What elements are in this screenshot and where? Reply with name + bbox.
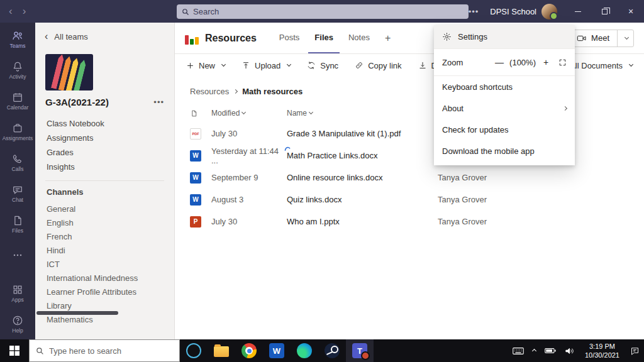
rail-item-help[interactable]: Help bbox=[0, 309, 35, 339]
cortana-button[interactable] bbox=[180, 339, 208, 362]
table-row[interactable]: September 9 Online resource links.docx T… bbox=[190, 167, 644, 189]
file-name[interactable]: Math Practice Links.docx bbox=[287, 151, 438, 160]
sidebar-item-assignments[interactable]: Assignments bbox=[35, 131, 174, 145]
team-picture[interactable] bbox=[45, 54, 93, 90]
meet-button-main[interactable]: Meet bbox=[569, 30, 617, 47]
sync-button[interactable]: Sync bbox=[307, 61, 338, 70]
edge-button[interactable] bbox=[291, 339, 318, 362]
rail-item-calls[interactable]: Calls bbox=[0, 147, 35, 178]
sidebar-item-insights[interactable]: Insights bbox=[35, 160, 174, 174]
calendar-icon bbox=[11, 91, 24, 104]
clock-time: 3:19 PM bbox=[589, 342, 615, 351]
sidebar-item-grades[interactable]: Grades bbox=[35, 145, 174, 160]
avatar[interactable] bbox=[541, 4, 557, 19]
action-center-button[interactable] bbox=[626, 339, 644, 362]
channel-learner-profile-attributes[interactable]: Learner Profile Attributes bbox=[35, 285, 174, 299]
fullscreen-button[interactable] bbox=[558, 58, 567, 67]
modified-column-header[interactable]: Modified bbox=[211, 109, 287, 118]
rail-item-calendar[interactable]: Calendar bbox=[0, 85, 35, 116]
back-chevron-icon: ‹ bbox=[45, 31, 48, 42]
channel-general[interactable]: General bbox=[35, 202, 174, 216]
search-input[interactable] bbox=[193, 7, 464, 16]
channel-ict[interactable]: ICT bbox=[35, 257, 174, 271]
close-button[interactable]: × bbox=[618, 0, 644, 23]
team-name[interactable]: G-3A(2021-22) bbox=[45, 97, 109, 107]
file-name[interactable]: Quiz links.docx bbox=[287, 195, 438, 204]
menu-item-check-for-updates[interactable]: Check for updates bbox=[434, 119, 575, 140]
word-button[interactable]: W bbox=[263, 339, 291, 362]
new-button[interactable]: New bbox=[186, 61, 225, 70]
tab-files[interactable]: Files bbox=[308, 23, 340, 53]
sidebar-item-class-notebook[interactable]: Class Notebook bbox=[35, 116, 174, 131]
taskbar-search-input[interactable] bbox=[49, 346, 156, 356]
folder-icon bbox=[214, 346, 229, 357]
rail-item-assignments[interactable]: Assignments bbox=[0, 116, 35, 147]
breadcrumb-root[interactable]: Resources bbox=[190, 87, 229, 96]
menu-item-about[interactable]: About bbox=[434, 97, 575, 119]
rail-item-activity[interactable]: Activity bbox=[0, 55, 35, 85]
table-row[interactable]: Yesterday at 11:44 ... Math Practice Lin… bbox=[190, 145, 644, 167]
restore-button[interactable] bbox=[591, 0, 618, 23]
all-teams-back[interactable]: ‹ All teams bbox=[35, 23, 174, 50]
recently-edited-icon bbox=[284, 145, 291, 152]
back-icon[interactable]: ‹ bbox=[9, 5, 13, 18]
rail-label: Help bbox=[12, 328, 23, 334]
volume-indicator[interactable] bbox=[560, 339, 579, 362]
menu-item-label: Download the mobile app bbox=[442, 146, 535, 156]
team-more-options-icon[interactable]: ••• bbox=[153, 97, 164, 107]
tab-notes[interactable]: Notes bbox=[342, 23, 376, 53]
rail-item-apps[interactable]: Apps bbox=[0, 278, 35, 309]
rail-label: Chat bbox=[12, 197, 23, 203]
global-search[interactable] bbox=[177, 4, 469, 19]
channel-french[interactable]: French bbox=[35, 229, 174, 243]
zoom-value[interactable]: (100%) bbox=[509, 58, 536, 67]
rail-item-teams[interactable]: Teams bbox=[0, 24, 35, 55]
copy-link-button[interactable]: Copy link bbox=[355, 61, 401, 70]
file-name[interactable]: Who am I.pptx bbox=[287, 217, 438, 226]
add-tab-icon[interactable]: + bbox=[379, 23, 397, 53]
rail-label: Assignments bbox=[3, 136, 33, 141]
taskbar-clock[interactable]: 3:19 PM 10/30/2021 bbox=[579, 339, 626, 362]
file-type-column-header[interactable] bbox=[190, 109, 211, 118]
menu-item-keyboard-shortcuts[interactable]: Keyboard shortcuts bbox=[434, 76, 575, 97]
channel-library[interactable]: Library bbox=[35, 299, 174, 312]
zoom-in-button[interactable]: + bbox=[538, 57, 553, 67]
menu-item-download-mobile-app[interactable]: Download the mobile app bbox=[434, 140, 575, 162]
table-row[interactable]: July 30 Who am I.pptx Tanya Grover bbox=[190, 211, 644, 233]
zoom-out-button[interactable]: — bbox=[492, 57, 507, 67]
meet-label: Meet bbox=[591, 33, 609, 43]
teams-taskbar-button[interactable]: T bbox=[346, 339, 374, 362]
channel-international-mindedness[interactable]: International Mindedness bbox=[35, 271, 174, 285]
channel-english[interactable]: English bbox=[35, 216, 174, 229]
touch-keyboard-button[interactable] bbox=[508, 339, 528, 362]
file-explorer-button[interactable] bbox=[208, 339, 235, 362]
show-hidden-icons-button[interactable] bbox=[528, 339, 540, 362]
file-modified-by: Tanya Grover bbox=[438, 195, 644, 204]
org-name[interactable]: DPSI School bbox=[490, 7, 536, 16]
channel-hindi[interactable]: Hindi bbox=[35, 243, 174, 257]
file-name[interactable]: Grade 3 Manipulative kit (1).pdf bbox=[287, 129, 438, 138]
table-row[interactable]: August 3 Quiz links.docx Tanya Grover bbox=[190, 189, 644, 211]
menu-item-settings[interactable]: Settings bbox=[434, 25, 575, 48]
battery-indicator[interactable] bbox=[540, 339, 560, 362]
rail-item-more[interactable] bbox=[0, 239, 35, 270]
taskbar-search[interactable] bbox=[29, 339, 180, 362]
start-button[interactable] bbox=[0, 339, 29, 362]
table-row[interactable]: July 30 Grade 3 Manipulative kit (1).pdf bbox=[190, 123, 644, 145]
name-column-header[interactable]: Name bbox=[287, 109, 438, 118]
file-name[interactable]: Online resource links.docx bbox=[287, 173, 438, 182]
rail-label: Calendar bbox=[7, 105, 29, 111]
chrome-button[interactable] bbox=[235, 339, 263, 362]
rail-item-chat[interactable]: Chat bbox=[0, 178, 35, 209]
tab-posts[interactable]: Posts bbox=[273, 23, 306, 53]
minimize-button[interactable] bbox=[565, 0, 591, 23]
rail-item-files[interactable]: Files bbox=[0, 209, 35, 239]
forward-icon[interactable]: › bbox=[23, 5, 26, 18]
meet-dropdown-button[interactable] bbox=[617, 30, 633, 47]
steam-button[interactable] bbox=[318, 339, 346, 362]
channel-label: French bbox=[47, 232, 72, 241]
upload-button[interactable]: Upload bbox=[242, 61, 291, 70]
teams-app-icon: T bbox=[352, 343, 367, 358]
sidebar-scrollbar[interactable] bbox=[36, 311, 118, 315]
channel-title: Resources bbox=[205, 33, 257, 44]
